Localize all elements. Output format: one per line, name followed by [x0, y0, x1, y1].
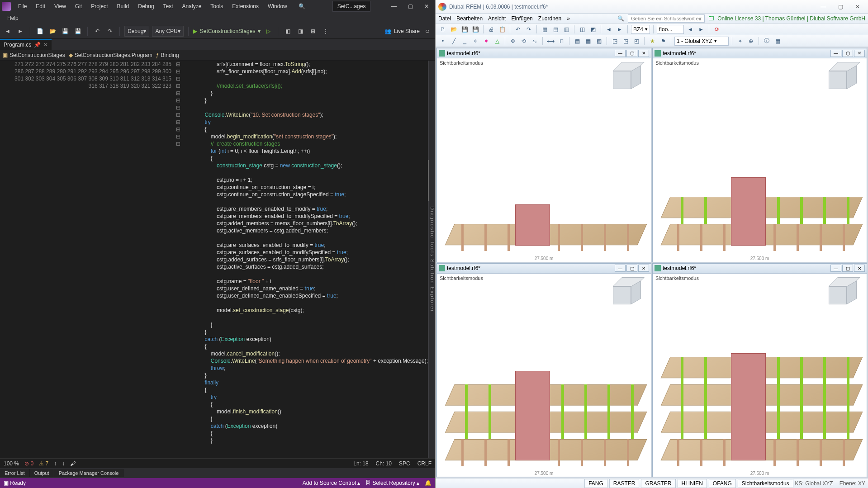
live-share-button[interactable]: 👥 Live Share: [384, 28, 420, 34]
tb-redo-icon[interactable]: ↷: [524, 25, 533, 34]
file-tab-program[interactable]: Program.cs 📌 ✕: [0, 39, 52, 50]
tb-table-icon[interactable]: ▦: [773, 37, 782, 46]
close-button[interactable]: ✕: [420, 2, 433, 11]
tb-mirror-icon[interactable]: ⇋: [530, 37, 539, 46]
tb-grid3-icon[interactable]: ▥: [562, 25, 571, 34]
error-count[interactable]: ⊘ 0: [24, 460, 33, 467]
tb-copy-icon[interactable]: 📋: [498, 25, 507, 34]
platform-select[interactable]: Any CPU ▾: [152, 26, 183, 37]
status-hlinien[interactable]: HLINIEN: [678, 479, 707, 488]
nav-cube[interactable]: [613, 277, 645, 306]
tb-prev-icon[interactable]: ◄: [686, 25, 695, 34]
start-debug-button[interactable]: ▶SetConstructionStages ▾: [193, 28, 261, 34]
rfem-close-button[interactable]: ✕: [850, 2, 865, 12]
status-ofang[interactable]: OFANG: [709, 479, 736, 488]
tb-snap2-icon[interactable]: ⊕: [746, 37, 755, 46]
vp-close-icon[interactable]: ✕: [638, 50, 649, 57]
status-fang[interactable]: FANG: [584, 479, 607, 488]
feedback-icon[interactable]: ☺: [422, 26, 432, 36]
open-icon[interactable]: 📂: [47, 26, 57, 36]
tb-results-icon[interactable]: ★: [648, 37, 657, 46]
code-area[interactable]: srfs[i].comment = floor_max.ToString(); …: [180, 61, 428, 458]
side-tool-tabs[interactable]: Diagnostic Tools Solution Explorer: [429, 61, 435, 458]
tab-error-list[interactable]: Error List: [0, 469, 30, 477]
nav-fwd-icon[interactable]: ►: [15, 26, 25, 36]
indent-mode[interactable]: SPC: [399, 460, 410, 467]
tb-view2-icon[interactable]: ◩: [588, 25, 598, 34]
vp-max-icon[interactable]: ▢: [842, 50, 853, 57]
tb-open-icon[interactable]: 📂: [449, 25, 458, 34]
tb-saveall-icon[interactable]: 💾: [471, 25, 480, 34]
crumb-member[interactable]: ƒBinding: [156, 52, 179, 58]
vp-min-icon[interactable]: ―: [615, 50, 626, 57]
nav-cube[interactable]: [829, 277, 860, 306]
tb-rotate-icon[interactable]: ⟲: [519, 37, 528, 46]
nav-up-icon[interactable]: ↑: [54, 460, 57, 467]
status-raster[interactable]: RASTER: [609, 479, 640, 488]
tab-pmc[interactable]: Package Manager Console: [54, 469, 124, 477]
eol-mode[interactable]: CRLF: [417, 460, 432, 467]
zoom-level[interactable]: 100 %: [4, 460, 19, 467]
menu-view[interactable]: View: [51, 1, 70, 11]
rfem-quickaccess-icon[interactable]: 🗔: [708, 15, 714, 22]
vp-max-icon[interactable]: ▢: [626, 265, 637, 272]
minimize-button[interactable]: ―: [387, 2, 401, 11]
tb-grid2-icon[interactable]: ▤: [551, 25, 560, 34]
tb-undo-icon[interactable]: ↶: [513, 25, 522, 34]
config-select[interactable]: Debug ▾: [124, 26, 149, 37]
tb-layers1-icon[interactable]: ▤: [573, 37, 582, 46]
rfem-menu-more[interactable]: »: [567, 15, 570, 22]
tb-arrow-right-icon[interactable]: ►: [615, 25, 624, 34]
code-editor[interactable]: 271 272 273 274 275 276 277 278 279 280 …: [0, 61, 435, 458]
menu-build[interactable]: Build: [114, 1, 133, 11]
rfem-menu-ansicht[interactable]: Ansicht: [488, 15, 506, 22]
tb-calculate-icon[interactable]: ⟳: [712, 25, 721, 34]
vp-min-icon[interactable]: ―: [615, 265, 626, 272]
viewport-2-canvas[interactable]: Sichtbarkeitsmodus 27.500 m: [653, 58, 867, 262]
tab-output[interactable]: Output: [30, 469, 54, 477]
tb-line-icon[interactable]: ╱: [449, 37, 458, 46]
tb-cube2-icon[interactable]: ◳: [621, 37, 630, 46]
menu-window[interactable]: Window: [264, 1, 291, 11]
save-all-icon[interactable]: 💾: [73, 26, 83, 36]
tb-layers2-icon[interactable]: ▦: [583, 37, 593, 46]
tb-icon-3[interactable]: ⊞: [308, 26, 318, 36]
solution-tab[interactable]: SetC...ages: [332, 1, 371, 12]
rfem-menu-datei[interactable]: Datei: [438, 15, 451, 22]
vp-close-icon[interactable]: ✕: [854, 265, 865, 272]
redo-icon[interactable]: ↷: [105, 26, 115, 36]
menu-edit[interactable]: Edit: [32, 1, 49, 11]
tb-info-icon[interactable]: ⓘ: [762, 37, 771, 46]
rfem-menu-bearbeiten[interactable]: Bearbeiten: [456, 15, 483, 22]
viewport-4-header[interactable]: testmodel.rf6* ―▢✕: [653, 264, 867, 274]
maximize-button[interactable]: ▢: [403, 2, 417, 11]
tb-flag-icon[interactable]: ⚑: [659, 37, 668, 46]
vp-max-icon[interactable]: ▢: [842, 265, 853, 272]
viewport-3-canvas[interactable]: Sichtbarkeitsmodus 27.500 m: [437, 274, 651, 477]
vp-close-icon[interactable]: ✕: [854, 50, 865, 57]
tb-snap1-icon[interactable]: ⌖: [735, 37, 745, 46]
tb-cube3-icon[interactable]: ◰: [632, 37, 641, 46]
start-no-debug-icon[interactable]: ▷: [263, 26, 273, 36]
new-icon[interactable]: 📄: [35, 26, 45, 36]
tb-view1-icon[interactable]: ◫: [578, 25, 587, 34]
add-source-control[interactable]: Add to Source Control ▴: [303, 480, 360, 486]
menu-help[interactable]: Help: [4, 13, 22, 23]
tb-node-icon[interactable]: •: [438, 37, 447, 46]
nav-down-icon[interactable]: ↓: [62, 460, 65, 467]
vp-max-icon[interactable]: ▢: [626, 50, 637, 57]
tb-load-icon[interactable]: ✶: [482, 37, 491, 46]
tb-move-icon[interactable]: ✥: [508, 37, 517, 46]
rfem-menu-zuordnen[interactable]: Zuordnen: [538, 15, 561, 22]
select-repository[interactable]: 🗄 Select Repository ▴: [365, 480, 419, 486]
nav-cube[interactable]: [829, 62, 860, 91]
save-icon[interactable]: 💾: [60, 26, 70, 36]
tb-save-icon[interactable]: 💾: [460, 25, 469, 34]
viewport-1-canvas[interactable]: Sichtbarkeitsmodus 27.500 m: [437, 58, 651, 262]
menu-tools[interactable]: Tools: [207, 1, 227, 11]
menu-extensions[interactable]: Extensions: [228, 1, 262, 11]
menu-analyze[interactable]: Analyze: [179, 1, 205, 11]
fold-gutter[interactable]: ⊟ ⊟ ⊟ ⊟ ⊟ ⊟ ⊟ ⊟ ⊟ ⊟ ⊟ ⊟: [176, 61, 180, 458]
rfem-menu-einfuegen[interactable]: Einfügen: [511, 15, 532, 22]
menu-debug[interactable]: Debug: [134, 1, 157, 11]
